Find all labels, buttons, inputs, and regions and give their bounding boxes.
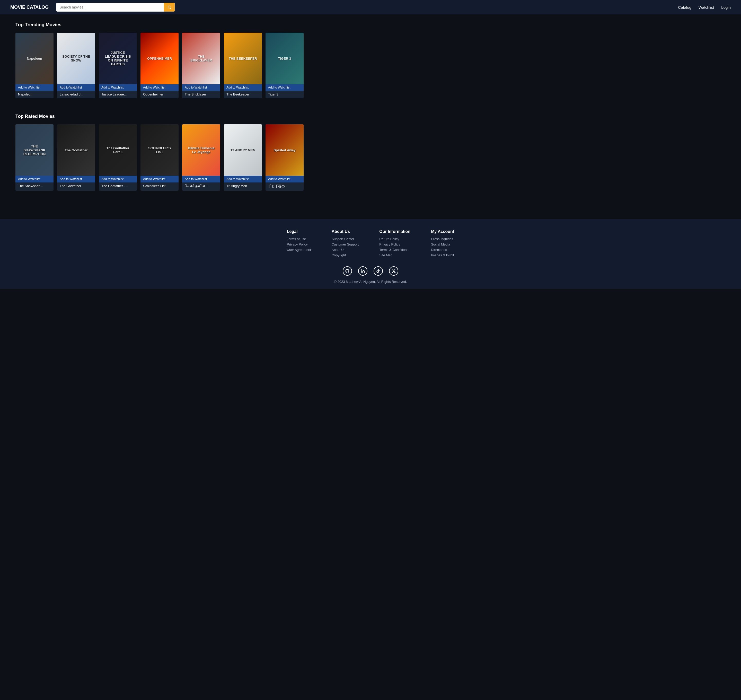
svg-point-0 xyxy=(361,269,362,270)
footer-link-social-media[interactable]: Social Media xyxy=(431,243,454,246)
movie-card-tiger[interactable]: TIGER 3Add to WatchlistTiger 3 xyxy=(266,33,304,98)
add-watchlist-btn-dilwale[interactable]: Add to Watchlist xyxy=(182,176,220,182)
poster-bg-oppenheimer: OPPENHEIMER xyxy=(141,33,179,84)
add-watchlist-btn-shawshank[interactable]: Add to Watchlist xyxy=(15,176,53,182)
rated-section: Top Rated Movies THE SHAWSHANK REDEMPTIO… xyxy=(15,114,726,193)
poster-text-12angry: 12 ANGRY MEN xyxy=(228,146,258,155)
poster-bg-tiger: TIGER 3 xyxy=(266,33,304,84)
footer-link-press[interactable]: Press Inquiries xyxy=(431,237,454,241)
movie-poster-dilwale: Dilwale Dulhania Le Jayenge xyxy=(182,124,220,176)
footer-link-privacy2[interactable]: Privacy Policy xyxy=(379,243,410,246)
poster-text-tiger: TIGER 3 xyxy=(276,54,294,63)
header: MOVIE CATALOG Catalog Watchlist Login xyxy=(0,0,741,15)
poster-bg-justice: JUSTICE LEAGUE CRISIS ON INFINITE EARTHS xyxy=(99,33,137,84)
movie-title-schindler: Schindler's List xyxy=(141,182,179,190)
movie-title-godfather2: The Godfather ... xyxy=(99,182,137,190)
poster-text-schindler: SCHINDLER'S LIST xyxy=(143,144,176,156)
main-content: Top Trending Movies NapoleonAdd to Watch… xyxy=(0,15,741,209)
rated-title: Top Rated Movies xyxy=(15,114,726,119)
footer-info-heading: Our Information xyxy=(379,229,410,234)
footer-link-sitemap[interactable]: Site Map xyxy=(379,253,410,257)
github-icon[interactable] xyxy=(343,266,352,276)
poster-bg-dilwale: Dilwale Dulhania Le Jayenge xyxy=(182,124,220,176)
movie-card-napoleon[interactable]: NapoleonAdd to WatchlistNapoleon xyxy=(15,33,53,98)
footer-link-images[interactable]: Images & B-roll xyxy=(431,253,454,257)
copyright: © 2023 Matthew A. Nguyen. All Rights Res… xyxy=(15,280,726,284)
add-watchlist-btn-napoleon[interactable]: Add to Watchlist xyxy=(15,84,53,91)
poster-bg-shawshank: THE SHAWSHANK REDEMPTION xyxy=(15,124,53,176)
movie-card-oppenheimer[interactable]: OPPENHEIMERAdd to WatchlistOppenheimer xyxy=(141,33,179,98)
add-watchlist-btn-schindler[interactable]: Add to Watchlist xyxy=(141,176,179,182)
footer-link-directories[interactable]: Directories xyxy=(431,248,454,252)
poster-bg-godfather: The Godfather xyxy=(57,124,95,176)
add-watchlist-btn-beekeeper[interactable]: Add to Watchlist xyxy=(224,84,262,91)
footer-link-terms[interactable]: Terms of use xyxy=(287,237,311,241)
movie-card-schindler[interactable]: SCHINDLER'S LISTAdd to WatchlistSchindle… xyxy=(141,124,179,191)
trending-title: Top Trending Movies xyxy=(15,22,726,28)
add-watchlist-btn-bricklayer[interactable]: Add to Watchlist xyxy=(182,84,220,91)
movie-card-12angry[interactable]: 12 ANGRY MENAdd to Watchlist12 Angry Men xyxy=(224,124,262,191)
movie-poster-schindler: SCHINDLER'S LIST xyxy=(141,124,179,176)
nav-watchlist[interactable]: Watchlist xyxy=(698,5,714,10)
movie-poster-napoleon: Napoleon xyxy=(15,33,53,84)
search-button[interactable] xyxy=(164,3,175,12)
movie-title-justice: Justice League... xyxy=(99,91,137,98)
movie-title-sociedad: La sociedad d... xyxy=(57,91,95,98)
footer-legal: Legal Terms of use Privacy Policy User A… xyxy=(287,229,311,259)
footer-link-copyright[interactable]: Copyright xyxy=(332,253,359,257)
movie-title-12angry: 12 Angry Men xyxy=(224,182,262,190)
add-watchlist-btn-justice[interactable]: Add to Watchlist xyxy=(99,84,137,91)
footer-link-return[interactable]: Return Policy xyxy=(379,237,410,241)
poster-bg-schindler: SCHINDLER'S LIST xyxy=(141,124,179,176)
movie-card-shawshank[interactable]: THE SHAWSHANK REDEMPTIONAdd to Watchlist… xyxy=(15,124,53,191)
movie-card-sociedad[interactable]: SOCIETY OF THE SNOWAdd to WatchlistLa so… xyxy=(57,33,95,98)
add-watchlist-btn-oppenheimer[interactable]: Add to Watchlist xyxy=(141,84,179,91)
social-links xyxy=(15,266,726,276)
add-watchlist-btn-godfather2[interactable]: Add to Watchlist xyxy=(99,176,137,182)
footer-columns: Legal Terms of use Privacy Policy User A… xyxy=(15,229,726,259)
tiktok-icon[interactable] xyxy=(373,266,383,276)
footer-link-user-agreement[interactable]: User Agreement xyxy=(287,248,311,252)
movie-poster-sociedad: SOCIETY OF THE SNOW xyxy=(57,33,95,84)
search-input[interactable] xyxy=(56,3,164,11)
poster-bg-spirited: Spirited Away xyxy=(266,124,304,176)
movie-title-bricklayer: The Bricklayer xyxy=(182,91,220,98)
footer-link-terms-conditions[interactable]: Terms & Conditions xyxy=(379,248,410,252)
movie-card-justice[interactable]: JUSTICE LEAGUE CRISIS ON INFINITE EARTHS… xyxy=(99,33,137,98)
footer-link-about-us[interactable]: About Us xyxy=(332,248,359,252)
footer-link-privacy[interactable]: Privacy Policy xyxy=(287,243,311,246)
footer-link-customer-support[interactable]: Customer Support xyxy=(332,243,359,246)
movie-poster-spirited: Spirited Away xyxy=(266,124,304,176)
poster-text-sociedad: SOCIETY OF THE SNOW xyxy=(59,52,93,65)
movie-card-godfather2[interactable]: The Godfather Part IIAdd to WatchlistThe… xyxy=(99,124,137,191)
movie-title-tiger: Tiger 3 xyxy=(266,91,304,98)
movie-poster-shawshank: THE SHAWSHANK REDEMPTION xyxy=(15,124,53,176)
poster-text-shawshank: THE SHAWSHANK REDEMPTION xyxy=(18,142,51,159)
footer-link-support-center[interactable]: Support Center xyxy=(332,237,359,241)
nav-login[interactable]: Login xyxy=(721,5,731,10)
nav-catalog[interactable]: Catalog xyxy=(678,5,691,10)
poster-bg-sociedad: SOCIETY OF THE SNOW xyxy=(57,33,95,84)
add-watchlist-btn-tiger[interactable]: Add to Watchlist xyxy=(266,84,304,91)
x-twitter-icon[interactable] xyxy=(389,266,398,276)
poster-bg-godfather2: The Godfather Part II xyxy=(99,124,137,176)
poster-bg-napoleon: Napoleon xyxy=(15,33,53,84)
movie-title-oppenheimer: Oppenheimer xyxy=(141,91,179,98)
add-watchlist-btn-12angry[interactable]: Add to Watchlist xyxy=(224,176,262,182)
poster-bg-beekeeper: THE BEEKEEPER xyxy=(224,33,262,84)
movie-title-dilwale: दिलवाले दुल्हनिया ... xyxy=(182,182,220,190)
movie-card-beekeeper[interactable]: THE BEEKEEPERAdd to WatchlistThe Beekeep… xyxy=(224,33,262,98)
movie-poster-godfather2: The Godfather Part II xyxy=(99,124,137,176)
movie-card-dilwale[interactable]: Dilwale Dulhania Le JayengeAdd to Watchl… xyxy=(182,124,220,191)
movie-card-spirited[interactable]: Spirited AwayAdd to Watchlist千と千尋の... xyxy=(266,124,304,191)
add-watchlist-btn-spirited[interactable]: Add to Watchlist xyxy=(266,176,304,182)
footer-legal-heading: Legal xyxy=(287,229,311,234)
add-watchlist-btn-sociedad[interactable]: Add to Watchlist xyxy=(57,84,95,91)
movie-card-godfather[interactable]: The GodfatherAdd to WatchlistThe Godfath… xyxy=(57,124,95,191)
movie-title-spirited: 千と千尋の... xyxy=(266,182,304,191)
movie-card-bricklayer[interactable]: THE BRICKLAYERAdd to WatchlistThe Brickl… xyxy=(182,33,220,98)
poster-bg-bricklayer: THE BRICKLAYER xyxy=(182,33,220,84)
linkedin-icon[interactable] xyxy=(358,266,368,276)
rated-movies-row: THE SHAWSHANK REDEMPTIONAdd to Watchlist… xyxy=(15,124,726,193)
add-watchlist-btn-godfather[interactable]: Add to Watchlist xyxy=(57,176,95,182)
